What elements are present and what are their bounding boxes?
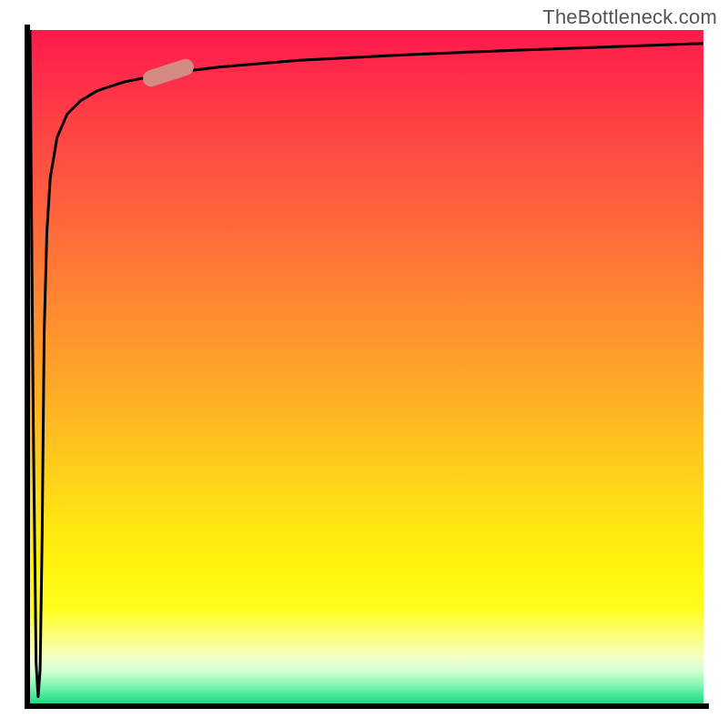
plot-gradient-background (30, 30, 703, 703)
y-axis (25, 25, 30, 709)
watermark-text: TheBottleneck.com (542, 5, 717, 29)
chart-container: TheBottleneck.com (0, 0, 728, 728)
x-axis (25, 703, 709, 709)
